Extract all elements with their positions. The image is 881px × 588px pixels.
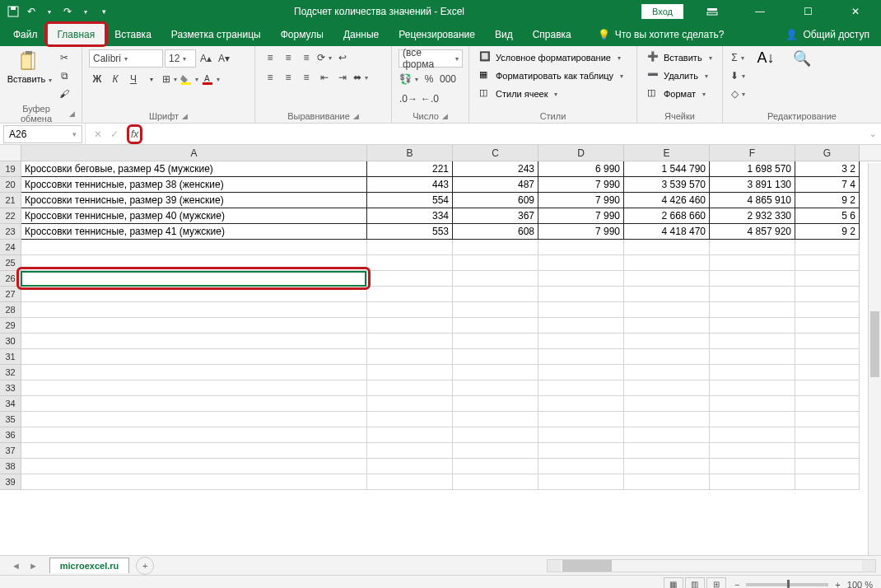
cell-D28[interactable] [538,302,624,318]
row-header[interactable]: 23 [0,224,21,240]
number-format-combo[interactable]: (все форма [399,49,463,68]
align-top-icon[interactable]: ≡ [262,49,278,66]
row-header[interactable]: 25 [0,255,21,271]
decrease-decimal-icon[interactable]: ←.0 [420,91,440,107]
paste-button[interactable]: Вставить [7,49,53,84]
cell-C39[interactable] [453,474,538,490]
accounting-icon[interactable]: 💱 [399,71,419,87]
cell-F25[interactable] [710,255,795,271]
cell-B39[interactable] [367,474,453,490]
cell-C20[interactable]: 487 [453,177,538,193]
normal-view-icon[interactable]: ▦ [664,577,683,589]
cell-D33[interactable] [538,380,624,396]
dialog-launcher-icon[interactable]: ◢ [69,110,75,118]
format-cells-button[interactable]: ◫Формат [644,86,709,102]
zoom-level[interactable]: 100 % [847,580,873,589]
cell-B28[interactable] [367,302,453,318]
cell-B35[interactable] [367,412,453,427]
cell-F32[interactable] [710,365,795,380]
cell-B26[interactable] [367,271,453,287]
cell-A21[interactable]: Кроссовки теннисные, размер 39 (женские) [21,193,367,208]
chevron-down-icon[interactable]: ▾ [79,5,92,18]
name-box[interactable]: A26 ▾ [3,125,82,143]
percent-icon[interactable]: % [421,71,437,87]
cell-E37[interactable] [624,443,710,459]
cell-D30[interactable] [538,334,624,349]
copy-icon[interactable]: ⧉ [56,68,72,84]
cell-G34[interactable] [795,396,860,412]
cell-D29[interactable] [538,318,624,334]
cell-E39[interactable] [624,474,710,490]
align-left-icon[interactable]: ≡ [262,69,278,86]
cell-E38[interactable] [624,459,710,474]
cell-G30[interactable] [795,334,860,349]
cell-A30[interactable] [21,334,367,349]
font-size-combo[interactable]: 12 [165,49,196,68]
row-header[interactable]: 39 [0,474,21,490]
cell-F34[interactable] [710,396,795,412]
tab-help[interactable]: Справка [523,24,581,45]
tab-data[interactable]: Данные [333,24,389,45]
cell-G22[interactable]: 5 6 [795,208,860,224]
sheet-nav-next-icon[interactable]: ► [29,561,38,571]
clear-icon[interactable]: ◇ [730,86,746,102]
format-painter-icon[interactable]: 🖌 [56,86,72,102]
col-header-F[interactable]: F [710,145,795,161]
cell-F20[interactable]: 3 891 130 [710,177,795,193]
fill-color-icon[interactable] [179,71,199,87]
cell-G37[interactable] [795,443,860,459]
row-header[interactable]: 35 [0,412,21,427]
zoom-in-icon[interactable]: + [835,580,840,589]
cell-A38[interactable] [21,459,367,474]
cell-A27[interactable] [21,287,367,302]
cell-F38[interactable] [710,459,795,474]
cell-B27[interactable] [367,287,453,302]
cell-D34[interactable] [538,396,624,412]
tell-me[interactable]: 💡 Что вы хотите сделать? [598,29,725,40]
cell-C31[interactable] [453,349,538,365]
horizontal-scrollbar[interactable] [547,559,876,572]
cell-C34[interactable] [453,396,538,412]
format-as-table-button[interactable]: ▦Форматировать как таблицу [476,68,627,84]
cell-C30[interactable] [453,334,538,349]
merge-icon[interactable]: ⬌ [352,69,369,86]
cell-D31[interactable] [538,349,624,365]
cell-D24[interactable] [538,240,624,255]
decrease-font-icon[interactable]: A▾ [216,50,232,67]
cell-C35[interactable] [453,412,538,427]
tab-view[interactable]: Вид [485,24,523,45]
cell-C29[interactable] [453,318,538,334]
cell-F21[interactable]: 4 865 910 [710,193,795,208]
cell-F39[interactable] [710,474,795,490]
cell-C36[interactable] [453,427,538,443]
cell-F36[interactable] [710,427,795,443]
horizontal-scrollbar-thumb[interactable] [562,560,612,572]
cell-D32[interactable] [538,365,624,380]
cell-B31[interactable] [367,349,453,365]
cell-C38[interactable] [453,459,538,474]
worksheet-grid[interactable]: A B C D E F G 19Кроссовки беговые, разме… [0,145,881,555]
row-header[interactable]: 19 [0,161,21,177]
cell-C27[interactable] [453,287,538,302]
dialog-launcher-icon[interactable]: ◢ [182,112,188,120]
tab-review[interactable]: Рецензирование [389,24,485,45]
cell-D25[interactable] [538,255,624,271]
cell-A31[interactable] [21,349,367,365]
col-header-G[interactable]: G [795,145,860,161]
cell-F30[interactable] [710,334,795,349]
row-header[interactable]: 36 [0,427,21,443]
cell-D39[interactable] [538,474,624,490]
delete-cells-button[interactable]: ➖Удалить [644,68,711,84]
cell-A39[interactable] [21,474,367,490]
cell-G26[interactable] [795,271,860,287]
cell-C19[interactable]: 243 [453,161,538,177]
cell-A29[interactable] [21,318,367,334]
align-right-icon[interactable]: ≡ [298,69,315,86]
cell-C23[interactable]: 608 [453,224,538,240]
undo-icon[interactable]: ↶ [25,5,38,18]
orientation-icon[interactable]: ⟳ [316,49,333,66]
tab-insert[interactable]: Вставка [105,24,161,45]
cell-F23[interactable]: 4 857 920 [710,224,795,240]
cell-A25[interactable] [21,255,367,271]
align-bottom-icon[interactable]: ≡ [298,49,315,66]
